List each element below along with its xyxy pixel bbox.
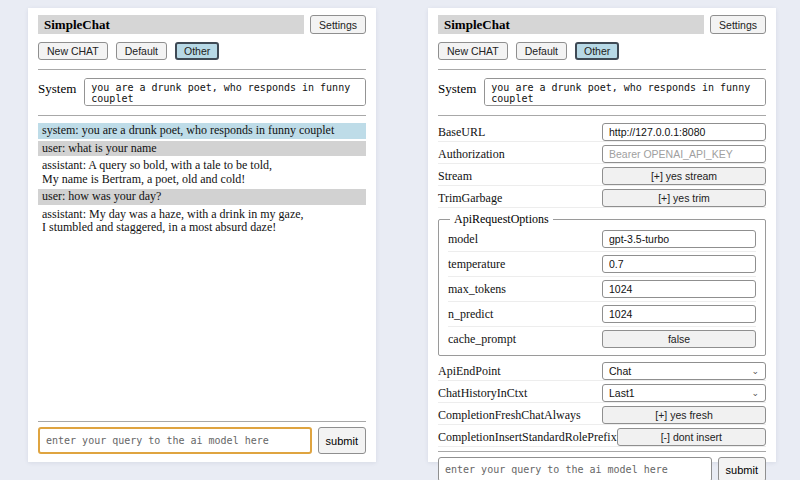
- chevron-down-icon: ⌄: [751, 389, 759, 397]
- system-prompt-row: System you are a drunk poet, who respond…: [38, 78, 366, 106]
- apiendpoint-label: ApiEndPoint: [438, 364, 602, 379]
- setting-row-authorization: Authorization: [438, 142, 766, 164]
- setting-row-completionfreshchatalways: CompletionFreshChatAlways [+] yes fresh: [438, 403, 766, 425]
- baseurl-input[interactable]: [602, 123, 766, 141]
- new-chat-button[interactable]: New CHAT: [438, 42, 508, 60]
- authorization-label: Authorization: [438, 147, 602, 162]
- session-toolbar: New CHAT Default Other: [38, 42, 366, 60]
- temperature-label: temperature: [448, 257, 602, 272]
- api-request-options-fieldset: ApiRequestOptions model temperature max_…: [438, 212, 766, 356]
- trimgarbage-label: TrimGarbage: [438, 191, 602, 206]
- query-input[interactable]: [438, 457, 712, 480]
- stream-label: Stream: [438, 169, 602, 184]
- app-title: SimpleChat: [38, 15, 304, 34]
- settings-button[interactable]: Settings: [310, 15, 366, 34]
- new-chat-button[interactable]: New CHAT: [38, 42, 108, 60]
- setting-row-max-tokens: max_tokens: [448, 277, 756, 302]
- max-tokens-input[interactable]: [602, 280, 756, 298]
- settings-button[interactable]: Settings: [710, 15, 766, 34]
- query-area: submit: [438, 447, 766, 480]
- chathistoryinctxt-select[interactable]: Last1 ⌄: [602, 384, 766, 402]
- authorization-input[interactable]: [602, 145, 766, 163]
- api-request-options-legend: ApiRequestOptions: [450, 212, 553, 227]
- system-label: System: [438, 78, 476, 97]
- session-button-default[interactable]: Default: [516, 42, 567, 60]
- completioninsertstandardroleprefix-toggle-button[interactable]: [-] dont insert: [617, 428, 766, 446]
- model-input[interactable]: [602, 230, 756, 248]
- stream-toggle-button[interactable]: [+] yes stream: [602, 167, 766, 185]
- setting-row-baseurl: BaseURL: [438, 120, 766, 142]
- chathistoryinctxt-label: ChatHistoryInCtxt: [438, 386, 602, 401]
- apiendpoint-selected-value: Chat: [609, 365, 631, 377]
- chat-message-user: user: how was your day?: [38, 189, 366, 205]
- chat-message-system: system: you are a drunk poet, who respon…: [38, 123, 366, 139]
- header: SimpleChat Settings: [38, 15, 366, 34]
- setting-row-apiendpoint: ApiEndPoint Chat ⌄: [438, 359, 766, 381]
- chat-message-user: user: what is your name: [38, 141, 366, 157]
- n-predict-input[interactable]: [602, 305, 756, 323]
- query-row: submit: [38, 427, 366, 454]
- chathistoryinctxt-selected-value: Last1: [609, 387, 635, 399]
- session-button-other[interactable]: Other: [575, 42, 619, 60]
- divider: [38, 69, 366, 70]
- setting-row-temperature: temperature: [448, 252, 756, 277]
- setting-row-cache-prompt: cache_prompt false: [448, 327, 756, 351]
- chat-message-assistant: assistant: My day was a haze, with a dri…: [38, 207, 366, 236]
- setting-row-completioninsertstandardroleprefix: CompletionInsertStandardRolePrefix [-] d…: [438, 425, 766, 447]
- session-button-default[interactable]: Default: [116, 42, 167, 60]
- setting-row-model: model: [448, 227, 756, 252]
- setting-row-chathistoryinctxt: ChatHistoryInCtxt Last1 ⌄: [438, 381, 766, 403]
- query-input[interactable]: [38, 427, 312, 454]
- app-title: SimpleChat: [438, 15, 704, 34]
- divider: [38, 115, 366, 116]
- submit-button[interactable]: submit: [318, 427, 366, 454]
- completioninsertstandardroleprefix-label: CompletionInsertStandardRolePrefix: [438, 430, 617, 445]
- apiendpoint-select[interactable]: Chat ⌄: [602, 362, 766, 380]
- cache-prompt-label: cache_prompt: [448, 332, 602, 347]
- setting-row-n-predict: n_predict: [448, 302, 756, 327]
- n-predict-label: n_predict: [448, 307, 602, 322]
- setting-row-stream: Stream [+] yes stream: [438, 164, 766, 186]
- settings-panel: SimpleChat Settings New CHAT Default Oth…: [428, 8, 776, 462]
- divider: [438, 451, 766, 452]
- divider: [438, 115, 766, 116]
- baseurl-label: BaseURL: [438, 125, 602, 140]
- divider: [38, 421, 366, 422]
- system-label: System: [38, 78, 76, 97]
- setting-row-trimgarbage: TrimGarbage [+] yes trim: [438, 186, 766, 208]
- temperature-input[interactable]: [602, 255, 756, 273]
- cache-prompt-toggle-button[interactable]: false: [602, 330, 756, 348]
- completionfreshchatalways-label: CompletionFreshChatAlways: [438, 408, 602, 423]
- max-tokens-label: max_tokens: [448, 282, 602, 297]
- system-prompt-row: System you are a drunk poet, who respond…: [438, 78, 766, 106]
- divider: [438, 69, 766, 70]
- query-row: submit: [438, 457, 766, 480]
- session-toolbar: New CHAT Default Other: [438, 42, 766, 60]
- system-prompt-input[interactable]: you are a drunk poet, who responds in fu…: [484, 78, 766, 106]
- header: SimpleChat Settings: [438, 15, 766, 34]
- system-prompt-input[interactable]: you are a drunk poet, who responds in fu…: [84, 78, 366, 106]
- chevron-down-icon: ⌄: [751, 367, 759, 375]
- chat-message-assistant: assistant: A query so bold, with a tale …: [38, 158, 366, 187]
- completionfreshchatalways-toggle-button[interactable]: [+] yes fresh: [602, 406, 766, 424]
- chat-message-list: system: you are a drunk poet, who respon…: [38, 123, 366, 417]
- trimgarbage-toggle-button[interactable]: [+] yes trim: [602, 189, 766, 207]
- submit-button[interactable]: submit: [718, 457, 766, 480]
- session-button-other[interactable]: Other: [175, 42, 219, 60]
- chat-panel: SimpleChat Settings New CHAT Default Oth…: [28, 8, 376, 462]
- model-label: model: [448, 232, 602, 247]
- query-area: submit: [38, 417, 366, 454]
